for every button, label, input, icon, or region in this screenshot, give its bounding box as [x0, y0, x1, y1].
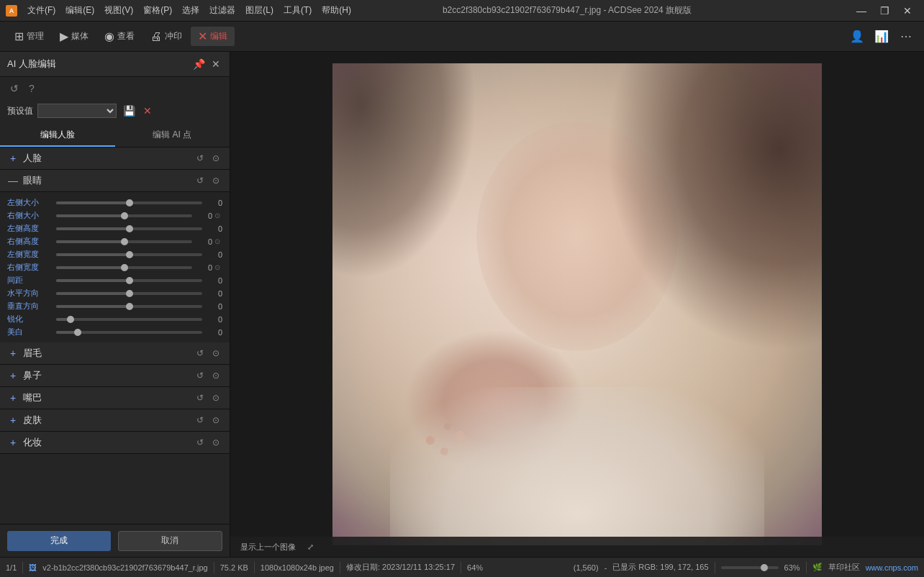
watermark-label: 草印社区 — [828, 562, 860, 573]
zoom-slider[interactable] — [721, 566, 779, 569]
tab-edit-face[interactable]: 编辑人脸 — [0, 124, 115, 147]
panel-refresh-icon[interactable]: ↺ — [7, 81, 22, 96]
mouth-reset-icon[interactable]: ↺ — [194, 391, 207, 404]
menu-filter[interactable]: 过滤器 — [205, 3, 240, 18]
preset-label: 预设值 — [7, 105, 33, 117]
tab-edit-ai[interactable]: 编辑 AI 点 — [115, 124, 230, 147]
eyebrows-reset-icon[interactable]: ↺ — [194, 347, 207, 360]
hair-right — [606, 63, 822, 351]
left-height-track[interactable] — [56, 227, 202, 230]
makeup-reset-icon[interactable]: ↺ — [194, 436, 207, 449]
view-button[interactable]: ◉ 查看 — [97, 27, 142, 46]
window-controls: — ❐ ✕ — [851, 4, 918, 18]
panel-tabs: 编辑人脸 编辑 AI 点 — [0, 124, 230, 147]
user-icon[interactable]: 👤 — [846, 27, 868, 46]
more-icon[interactable]: ⋯ — [895, 27, 917, 46]
media-button[interactable]: ▶ 媒体 — [53, 27, 96, 46]
slider-left-height: 左侧高度 0 — [7, 223, 222, 234]
eyes-sync-icon[interactable]: ⊙ — [209, 174, 222, 187]
left-size-track[interactable] — [56, 201, 202, 204]
section-makeup[interactable]: + 化妆 ↺ ⊙ — [0, 432, 230, 454]
panel-help-icon[interactable]: ? — [24, 81, 39, 96]
menu-edit[interactable]: 编辑(E) — [61, 3, 99, 18]
section-mouth[interactable]: + 嘴巴 ↺ ⊙ — [0, 387, 230, 409]
menu-file[interactable]: 文件(F) — [23, 3, 60, 18]
right-size-track[interactable] — [56, 214, 192, 217]
zoom-thumb[interactable] — [761, 564, 768, 571]
minimize-button[interactable]: — — [851, 4, 872, 18]
cancel-button[interactable]: 取消 — [118, 531, 223, 551]
horizontal-value: 0 — [208, 289, 222, 298]
left-width-track[interactable] — [56, 253, 202, 256]
right-width-reset-icon[interactable]: ⊙ — [212, 263, 222, 273]
right-height-track[interactable] — [56, 240, 192, 243]
right-size-reset-icon[interactable]: ⊙ — [212, 211, 222, 221]
eyebrows-label: 眉毛 — [23, 347, 194, 360]
face-sync-icon[interactable]: ⊙ — [209, 152, 222, 165]
eyebrows-toggle-icon: + — [7, 347, 19, 359]
makeup-toggle-icon: + — [7, 437, 19, 448]
slider-spacing: 间距 0 — [7, 275, 222, 286]
horizontal-track[interactable] — [56, 292, 202, 295]
skin-label: 皮肤 — [23, 414, 194, 427]
eyebrows-sync-icon[interactable]: ⊙ — [209, 347, 222, 360]
menu-layer[interactable]: 图层(L) — [241, 3, 278, 18]
spacing-track[interactable] — [56, 279, 202, 282]
status-zoom-label: 64% — [467, 563, 483, 572]
preset-delete-button[interactable]: ✕ — [140, 103, 155, 119]
sep-3 — [254, 562, 255, 573]
main-image — [332, 63, 822, 545]
nose-reset-icon[interactable]: ↺ — [194, 369, 207, 382]
preset-save-button[interactable]: 💾 — [121, 103, 137, 119]
section-eyebrows[interactable]: + 眉毛 ↺ ⊙ — [0, 342, 230, 365]
manage-button[interactable]: ⊞ 管理 — [7, 27, 51, 46]
done-button[interactable]: 完成 — [7, 531, 111, 551]
skin-reset-icon[interactable]: ↺ — [194, 414, 207, 427]
section-eyes[interactable]: — 眼睛 ↺ ⊙ — [0, 170, 230, 192]
skin-toggle-icon: + — [7, 414, 19, 426]
mouth-toggle-icon: + — [7, 392, 19, 404]
slider-left-width: 左侧宽度 0 — [7, 249, 222, 260]
section-face[interactable]: + 人脸 ↺ ⊙ — [0, 147, 230, 170]
left-size-value: 0 — [208, 199, 222, 207]
slider-right-width: 右侧宽度 0 ⊙ — [7, 262, 222, 273]
menu-select[interactable]: 选择 — [178, 3, 204, 18]
makeup-sync-icon[interactable]: ⊙ — [209, 436, 222, 449]
right-width-track[interactable] — [56, 266, 192, 269]
face-reset-icon[interactable]: ↺ — [194, 152, 207, 165]
prev-image-button[interactable]: 显示上一个图像 — [236, 540, 300, 554]
mouth-sync-icon[interactable]: ⊙ — [209, 391, 222, 404]
close-button[interactable]: ✕ — [897, 4, 918, 18]
stats-icon[interactable]: 📊 — [871, 27, 892, 46]
panel-close-icon[interactable]: ✕ — [209, 58, 222, 71]
skin-sync-icon[interactable]: ⊙ — [209, 414, 222, 427]
vertical-track[interactable] — [56, 305, 202, 308]
sep-6 — [715, 562, 715, 573]
sharpen-label: 锐化 — [7, 314, 50, 324]
whiten-track[interactable] — [56, 331, 202, 334]
preset-select[interactable] — [37, 104, 117, 118]
section-skin[interactable]: + 皮肤 ↺ ⊙ — [0, 409, 230, 432]
expand-image-button[interactable]: ⤢ — [303, 541, 318, 553]
menu-window[interactable]: 窗格(P) — [139, 3, 176, 18]
print-button[interactable]: 🖨 冲印 — [143, 27, 189, 46]
mouth-label: 嘴巴 — [23, 391, 194, 404]
status-filesize: 75.2 KB — [220, 563, 248, 572]
edit-button[interactable]: ✕ 编辑 — [191, 27, 235, 46]
status-filename: v2-b1b2cc2f380cb93c21902f763679b447_r.jp… — [42, 563, 207, 572]
sharpen-track[interactable] — [56, 318, 202, 321]
print-icon: 🖨 — [150, 30, 162, 43]
eyes-reset-icon[interactable]: ↺ — [194, 174, 207, 187]
panel-pin-icon[interactable]: 📌 — [192, 58, 205, 71]
preset-action-btns: 💾 ✕ — [121, 103, 155, 119]
nose-sync-icon[interactable]: ⊙ — [209, 369, 222, 382]
window-title: b2cc2f380cb93c21902f763679b447_r.jpg - A… — [284, 4, 851, 17]
clothing-area — [390, 387, 764, 545]
maximize-button[interactable]: ❐ — [874, 4, 895, 18]
toolbar-right: 👤 📊 ⋯ — [846, 27, 917, 46]
menu-view[interactable]: 视图(V) — [100, 3, 137, 18]
face-label: 人脸 — [23, 152, 194, 165]
horizontal-label: 水平方向 — [7, 288, 50, 299]
right-height-reset-icon[interactable]: ⊙ — [212, 237, 222, 247]
section-nose[interactable]: + 鼻子 ↺ ⊙ — [0, 365, 230, 387]
